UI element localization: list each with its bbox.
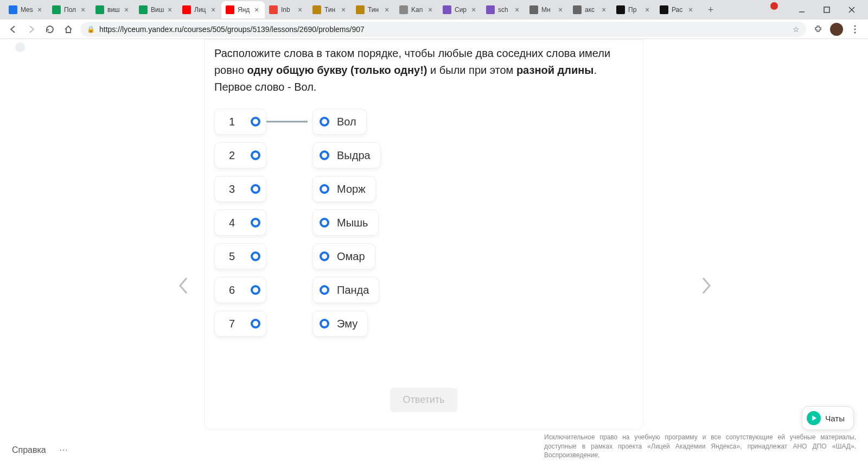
tab-12[interactable]: Мн× <box>525 1 569 18</box>
word-chip-0[interactable]: Вол <box>312 109 367 135</box>
home-button[interactable] <box>62 23 75 36</box>
close-icon[interactable]: × <box>79 6 87 14</box>
connector-dot-icon[interactable] <box>320 218 329 228</box>
word-chip-1[interactable]: Выдра <box>312 142 381 168</box>
word-chip-4[interactable]: Омар <box>312 243 375 269</box>
slot-number: 2 <box>229 149 235 162</box>
ellipsis-icon[interactable]: ⋯ <box>59 445 69 455</box>
close-icon[interactable]: × <box>557 6 564 14</box>
chat-button[interactable]: Чаты <box>802 406 854 430</box>
connector-dot-icon[interactable] <box>251 117 260 127</box>
instr-line2: Первое слово - Вол. <box>214 79 633 96</box>
slot-chip-5[interactable]: 5 <box>214 243 266 269</box>
word-chip-5[interactable]: Панда <box>312 277 379 303</box>
tab-2[interactable]: виш× <box>91 1 135 18</box>
close-icon[interactable]: × <box>513 6 521 14</box>
favicon <box>573 5 582 14</box>
connector-dot-icon[interactable] <box>320 319 329 329</box>
favicon <box>269 5 278 14</box>
svg-point-5 <box>854 28 856 30</box>
slot-chip-7[interactable]: 7 <box>214 311 266 337</box>
back-button[interactable] <box>7 23 20 36</box>
extensions-button[interactable] <box>812 23 825 36</box>
tab-title: Лиц <box>194 6 207 14</box>
window-maximize-button[interactable] <box>819 2 834 17</box>
close-icon[interactable]: × <box>296 6 304 14</box>
tab-13[interactable]: акс× <box>569 1 612 18</box>
new-tab-button[interactable]: + <box>703 2 718 17</box>
connector-dot-icon[interactable] <box>251 319 260 329</box>
close-icon[interactable]: × <box>383 6 391 14</box>
menu-button[interactable] <box>848 23 861 36</box>
favicon <box>356 5 365 14</box>
close-icon[interactable]: × <box>209 6 217 14</box>
word-chip-3[interactable]: Мышь <box>312 210 379 236</box>
instr-text: . <box>593 64 597 76</box>
slot-chip-3[interactable]: 3 <box>214 176 266 202</box>
connector-dot-icon[interactable] <box>251 184 260 194</box>
tab-title: Пр <box>628 6 641 14</box>
tab-title: Kan <box>411 6 424 14</box>
word-chip-6[interactable]: Эму <box>312 311 368 337</box>
connector-dot-icon[interactable] <box>251 251 260 261</box>
connector-dot-icon[interactable] <box>320 285 329 295</box>
close-icon[interactable]: × <box>687 6 694 14</box>
star-icon[interactable]: ☆ <box>793 25 800 34</box>
slot-chip-1[interactable]: 1 <box>214 109 266 135</box>
tab-11[interactable]: sch× <box>482 1 525 18</box>
close-icon[interactable]: × <box>36 6 43 14</box>
close-icon[interactable]: × <box>600 6 608 14</box>
prev-problem-button[interactable] <box>174 273 193 299</box>
close-icon[interactable]: × <box>426 6 434 14</box>
help-link[interactable]: Справка ⋯ <box>12 445 69 455</box>
tab-4[interactable]: Лиц× <box>178 1 221 18</box>
close-icon[interactable]: × <box>166 6 174 14</box>
address-bar[interactable]: 🔒 https://lyceum.yandex.ru/courses/505/g… <box>80 22 806 37</box>
connector-dot-icon[interactable] <box>251 150 260 160</box>
tab-title: Mes <box>21 6 34 14</box>
slot-chip-4[interactable]: 4 <box>214 210 266 236</box>
close-icon[interactable]: × <box>470 6 477 14</box>
connector-dot-icon[interactable] <box>320 117 329 127</box>
match-row: 1Вол <box>214 109 643 135</box>
instr-text: и были при этом <box>430 64 516 76</box>
window-close-button[interactable] <box>844 2 859 17</box>
profile-avatar[interactable] <box>830 23 843 36</box>
slot-number: 1 <box>229 116 235 128</box>
tab-7[interactable]: Тин× <box>308 1 352 18</box>
tab-10[interactable]: Сир× <box>438 1 482 18</box>
close-icon[interactable]: × <box>340 6 347 14</box>
connector-dot-icon[interactable] <box>320 150 329 160</box>
close-icon[interactable]: × <box>123 6 130 14</box>
slot-chip-2[interactable]: 2 <box>214 142 266 168</box>
forward-button[interactable] <box>25 23 38 36</box>
connector-dot-icon[interactable] <box>320 184 329 194</box>
reload-button[interactable] <box>43 23 56 36</box>
tab-9[interactable]: Kan× <box>395 1 438 18</box>
tab-15[interactable]: Рас× <box>655 1 699 18</box>
tab-5-active[interactable]: Янд× <box>221 1 265 18</box>
tab-3[interactable]: Виш× <box>135 1 178 18</box>
answer-button[interactable]: Ответить <box>390 388 458 412</box>
word-chip-2[interactable]: Морж <box>312 176 376 202</box>
slot-chip-6[interactable]: 6 <box>214 277 266 303</box>
tab-8[interactable]: Тин× <box>352 1 395 18</box>
slot-number: 4 <box>229 217 235 229</box>
word-label: Эму <box>337 318 358 330</box>
connector-dot-icon[interactable] <box>320 251 329 261</box>
window-minimize-button[interactable] <box>794 2 809 17</box>
record-indicator-icon[interactable] <box>770 2 778 10</box>
tab-title: Тин <box>368 6 381 14</box>
tab-1[interactable]: Пол× <box>48 1 91 18</box>
connector-dot-icon[interactable] <box>251 285 260 295</box>
close-icon[interactable]: × <box>253 6 260 14</box>
browser-toolbar: 🔒 https://lyceum.yandex.ru/courses/505/g… <box>0 20 868 39</box>
tab-6[interactable]: Inb× <box>265 1 308 18</box>
close-icon[interactable]: × <box>643 6 651 14</box>
help-label: Справка <box>12 445 46 455</box>
tab-14[interactable]: Пр× <box>612 1 655 18</box>
connector-dot-icon[interactable] <box>251 218 260 228</box>
instr-bold: одну общую букву (только одну!) <box>247 64 427 76</box>
tab-0[interactable]: Mes× <box>4 1 48 18</box>
next-problem-button[interactable] <box>697 273 716 299</box>
